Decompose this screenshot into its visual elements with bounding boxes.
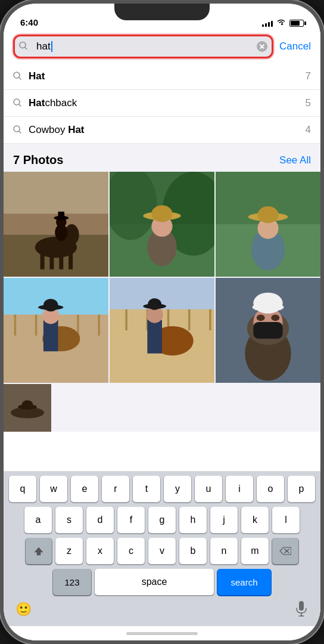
photos-section-header: 7 Photos See All [4,144,320,172]
svg-rect-13 [40,253,45,269]
svg-point-67 [257,315,265,321]
key-a[interactable]: a [24,507,52,533]
photo-cell-2[interactable] [110,172,214,277]
status-time: 6:40 [20,17,38,27]
search-suggestion-icon [13,72,21,82]
key-n[interactable]: n [210,538,238,564]
search-key[interactable]: search [217,569,271,595]
key-j[interactable]: j [210,507,238,533]
home-indicator [4,626,320,640]
text-cursor [51,41,52,52]
see-all-button[interactable]: See All [279,154,311,166]
keyboard-row-1: q w e r t y u i o p [6,476,318,502]
numbers-key[interactable]: 123 [53,569,91,595]
svg-point-35 [257,206,278,223]
svg-line-3 [19,78,21,79]
svg-rect-15 [59,253,63,269]
key-k[interactable]: k [241,507,269,533]
signal-icon [262,20,273,27]
wifi-icon [276,18,286,27]
suggestion-count-hatchback: 5 [306,97,311,109]
search-bar-container: hat [13,35,273,58]
keyboard-accessory-row: 🙂 [6,597,318,624]
photo-cell-7[interactable] [4,384,51,432]
search-suggestion-icon-2 [13,98,21,109]
key-i[interactable]: i [226,476,253,502]
photo-cell-6[interactable] [216,278,320,383]
key-o[interactable]: o [257,476,284,502]
photo-cell-5[interactable] [110,278,214,383]
suggestion-text-hatchback: Hatchback [29,97,306,109]
photos-count-title: 7 Photos [13,153,63,167]
svg-rect-21 [58,212,65,219]
suggestion-count-hat: 7 [306,70,311,82]
cancel-button[interactable]: Cancel [279,41,311,52]
keyboard-row-2: a s d f g h j k l [6,507,318,533]
suggestion-text-cowboy-hat: Cowboy Hat [29,124,306,136]
svg-line-5 [19,104,21,106]
key-h[interactable]: h [179,507,207,533]
svg-rect-66 [253,322,282,339]
key-x[interactable]: x [86,538,114,564]
key-y[interactable]: y [164,476,191,502]
suggestion-item-hat[interactable]: Hat 7 [4,63,320,90]
space-key[interactable]: space [95,569,214,595]
svg-point-68 [271,315,279,321]
search-bar[interactable]: hat [13,35,273,58]
suggestion-item-hatchback[interactable]: Hatchback 5 [4,90,320,117]
shift-key[interactable] [26,538,52,564]
suggestion-text-hat: Hat [29,70,306,82]
svg-rect-50 [125,309,127,330]
key-c[interactable]: c [117,538,145,564]
photo-cell-1[interactable] [4,172,108,277]
key-e[interactable]: e [71,476,98,502]
suggestions-list: Hat 7 Hatchback 5 [4,63,320,144]
key-b[interactable]: b [179,538,207,564]
emoji-key[interactable]: 🙂 [15,602,32,617]
key-u[interactable]: u [195,476,222,502]
svg-rect-75 [299,601,304,611]
key-v[interactable]: v [148,538,176,564]
keyboard-bottom-row: 123 space search [6,569,318,595]
photo-cell-4[interactable] [4,278,108,383]
delete-key[interactable] [272,538,298,564]
battery-icon [289,20,304,27]
key-z[interactable]: z [55,538,83,564]
svg-line-1 [25,48,27,49]
svg-rect-54 [209,309,211,330]
key-m[interactable]: m [241,538,269,564]
notch [114,4,210,20]
svg-point-29 [151,205,172,222]
photo-grid [4,172,320,432]
photo-cell-3[interactable] [216,172,320,277]
key-g[interactable]: g [148,507,176,533]
key-f[interactable]: f [117,507,145,533]
svg-point-59 [148,298,161,309]
key-l[interactable]: l [272,507,300,533]
svg-line-7 [19,131,21,133]
search-icon [19,42,27,52]
svg-rect-38 [14,315,17,336]
svg-rect-53 [188,309,191,330]
key-s[interactable]: s [55,507,83,533]
svg-rect-56 [147,320,162,353]
svg-point-65 [253,293,282,314]
key-w[interactable]: w [40,476,67,502]
svg-rect-11 [4,172,108,213]
svg-point-47 [43,299,58,311]
home-bar [126,632,198,635]
search-input-value: hat [36,41,51,52]
search-bar-row: hat Cancel [4,30,320,63]
search-clear-button[interactable] [257,41,267,52]
suggestion-item-cowboy-hat[interactable]: Cowboy Hat 4 [4,117,320,144]
key-p[interactable]: p [288,476,315,502]
key-d[interactable]: d [86,507,114,533]
key-q[interactable]: q [9,476,36,502]
main-content: hat Cancel Hat 7 [4,30,320,640]
key-t[interactable]: t [133,476,160,502]
svg-point-72 [21,400,33,410]
dictation-key[interactable] [294,600,309,619]
key-r[interactable]: r [102,476,129,502]
phone-screen: 6:40 [4,4,320,640]
keyboard: q w e r t y u i o p a s d f g [4,471,320,626]
